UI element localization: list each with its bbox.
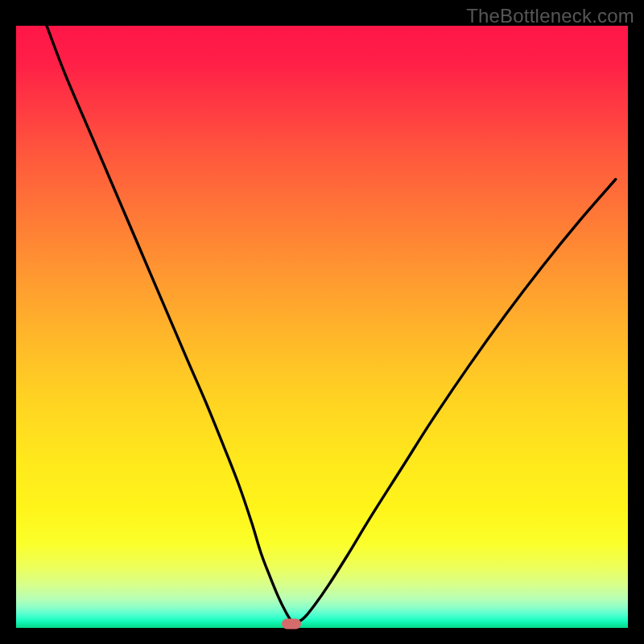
plot-area — [16, 26, 628, 628]
minimum-marker — [282, 618, 301, 629]
curve-svg — [16, 26, 628, 628]
bottleneck-curve — [47, 26, 616, 622]
watermark-text: TheBottleneck.com — [466, 5, 634, 27]
chart-frame: TheBottleneck.com — [0, 0, 644, 644]
